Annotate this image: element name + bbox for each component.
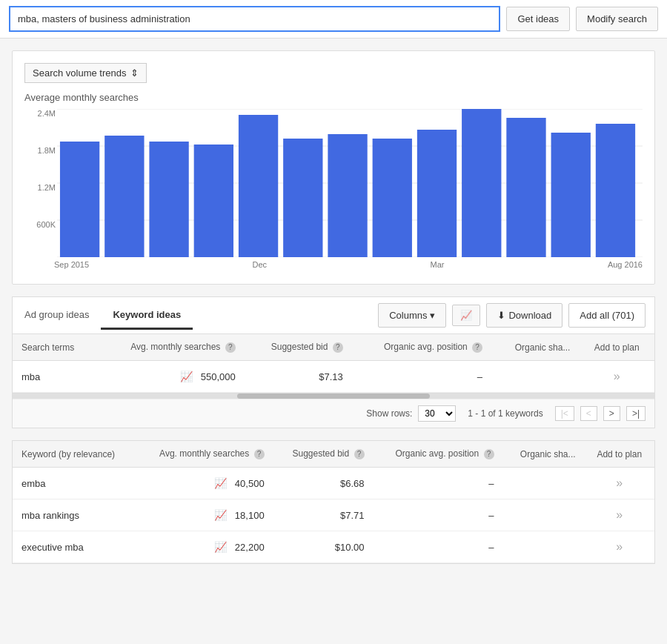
svg-rect-12 [373, 139, 412, 257]
cell-emba-organic: – [374, 468, 503, 499]
svg-rect-17 [596, 124, 635, 257]
cell-mba-bid: $7.13 [245, 361, 352, 393]
get-ideas-button[interactable]: Get ideas [506, 7, 570, 31]
avg-monthly-help-icon[interactable]: ? [225, 342, 236, 353]
search-terms-table: Search terms Avg. monthly searches ? Sug… [13, 334, 654, 393]
trend-icon-emba: 📈 [214, 477, 227, 489]
cell-executive-mba-add[interactable]: » [585, 531, 654, 563]
top-bar: Get ideas Modify search [0, 0, 667, 39]
svg-rect-16 [551, 133, 591, 257]
trend-icon-executive-mba: 📈 [214, 541, 227, 553]
action-buttons: Columns ▾ 📈 ⬇ Download Add all (701) [378, 297, 646, 333]
col-suggested-bid: Suggested bid ? [245, 334, 352, 361]
svg-rect-13 [417, 130, 457, 257]
col-ki-avg-monthly: Avg. monthly searches ? [136, 441, 273, 468]
cell-mba-add[interactable]: » [579, 361, 654, 393]
show-rows-label: Show rows: [366, 408, 412, 419]
keyword-ideas-header-row: Keyword (by relevance) Avg. monthly sear… [13, 441, 654, 468]
col-search-terms: Search terms [13, 334, 97, 361]
last-page-button[interactable]: >| [626, 406, 646, 421]
add-executive-mba-icon[interactable]: » [616, 540, 623, 553]
keyword-ideas-table: Keyword (by relevance) Avg. monthly sear… [13, 441, 654, 563]
chart-dropdown[interactable]: Search volume trends ⇕ [24, 63, 147, 83]
add-all-button[interactable]: Add all (701) [568, 303, 646, 328]
keyword-ideas-table-section: Keyword (by relevance) Avg. monthly sear… [12, 440, 655, 564]
svg-rect-7 [149, 142, 188, 257]
trend-chart-button[interactable]: 📈 [452, 305, 480, 326]
modify-search-button[interactable]: Modify search [576, 7, 658, 31]
ki-avg-monthly-help-icon[interactable]: ? [254, 449, 265, 459]
y-label-1.8m: 1.8M [27, 146, 56, 155]
cell-term-mba: mba [13, 361, 97, 393]
x-label-dec: Dec [253, 260, 268, 269]
col-organic-share: Organic sha... [491, 334, 579, 361]
main-content: Search volume trends ⇕ Average monthly s… [0, 39, 667, 588]
tabs-action-wrapper: Ad group ideas Keyword ideas Columns ▾ 📈… [12, 296, 655, 333]
chart-area: 2.4M 1.8M 1.2M 600K [57, 109, 643, 257]
search-input[interactable] [9, 6, 500, 32]
col-ki-organic-avg: Organic avg. position ? [374, 441, 503, 468]
x-label-aug2016: Aug 2016 [608, 260, 643, 269]
x-label-mar: Mar [431, 260, 445, 269]
cell-mba-rankings-bid: $7.71 [273, 499, 374, 531]
cell-executive-mba-avg: 📈 22,200 [136, 531, 273, 563]
tabs-action-row: Ad group ideas Keyword ideas Columns ▾ 📈… [13, 297, 654, 333]
svg-rect-5 [60, 142, 99, 257]
trend-icon-mba: 📈 [180, 371, 193, 382]
cell-emba-add[interactable]: » [585, 468, 654, 499]
prev-page-button[interactable]: < [580, 406, 597, 421]
ki-organic-avg-help-icon[interactable]: ? [484, 449, 494, 459]
scrollbar-thumb [237, 394, 430, 399]
cell-keyword-mba-rankings: mba rankings [13, 499, 136, 531]
cell-executive-mba-organic: – [374, 531, 503, 563]
cell-executive-mba-share [503, 531, 585, 563]
cell-mba-rankings-share [503, 499, 585, 531]
tab-ad-group-ideas[interactable]: Ad group ideas [13, 302, 101, 330]
col-organic-avg: Organic avg. position ? [352, 334, 491, 361]
cell-keyword-executive-mba: executive mba [13, 531, 136, 563]
search-terms-pagination: Show rows: 30 50 100 1 - 1 of 1 keywords… [13, 399, 654, 428]
cell-mba-rankings-organic: – [374, 499, 503, 531]
chart-dropdown-icon: ⇕ [130, 67, 139, 79]
tab-keyword-ideas[interactable]: Keyword ideas [101, 302, 193, 330]
svg-rect-8 [194, 145, 233, 257]
chart-container: Search volume trends ⇕ Average monthly s… [12, 50, 655, 285]
search-terms-header-row: Search terms Avg. monthly searches ? Sug… [13, 334, 654, 361]
keyword-row-mba-rankings: mba rankings 📈 18,100 $7.71 – » [13, 499, 654, 531]
svg-rect-14 [462, 109, 501, 257]
first-page-button[interactable]: |< [555, 406, 574, 421]
download-icon: ⬇ [497, 310, 505, 321]
add-mba-icon[interactable]: » [614, 370, 620, 382]
download-button[interactable]: ⬇ Download [486, 303, 563, 328]
columns-button[interactable]: Columns ▾ [378, 303, 446, 328]
cell-mba-rankings-avg: 📈 18,100 [136, 499, 273, 531]
cell-mba-avg: 📈 550,000 [97, 361, 244, 393]
cell-executive-mba-bid: $10.00 [273, 531, 374, 563]
search-terms-table-section: Search terms Avg. monthly searches ? Sug… [12, 333, 655, 428]
col-ki-organic-share: Organic sha... [503, 441, 585, 468]
cell-mba-rankings-add[interactable]: » [585, 499, 654, 531]
y-label-2.4m: 2.4M [27, 109, 56, 118]
columns-chevron-icon: ▾ [430, 310, 435, 321]
search-terms-scrollbar[interactable] [13, 393, 654, 399]
add-emba-icon[interactable]: » [616, 477, 623, 489]
x-axis-labels: Sep 2015 Dec Mar Aug 2016 [54, 257, 643, 272]
page-info: 1 - 1 of 1 keywords [468, 408, 542, 419]
next-page-button[interactable]: > [603, 406, 620, 421]
organic-avg-help-icon[interactable]: ? [472, 342, 482, 353]
chart-dropdown-label: Search volume trends [33, 67, 126, 79]
svg-rect-10 [283, 139, 322, 257]
add-mba-rankings-icon[interactable]: » [616, 508, 623, 521]
svg-rect-9 [239, 115, 278, 257]
keyword-row-executive-mba: executive mba 📈 22,200 $10.00 – » [13, 531, 654, 563]
suggested-bid-help-icon[interactable]: ? [333, 342, 343, 353]
trend-icon-mba-rankings: 📈 [214, 509, 227, 521]
cell-emba-bid: $6.68 [273, 468, 374, 499]
col-keyword: Keyword (by relevance) [13, 441, 136, 468]
download-label: Download [508, 310, 551, 321]
y-label-1.2m: 1.2M [27, 183, 56, 192]
col-avg-monthly: Avg. monthly searches ? [97, 334, 244, 361]
rows-per-page-select[interactable]: 30 50 100 [418, 405, 456, 422]
x-label-sep2015: Sep 2015 [54, 260, 89, 269]
ki-suggested-bid-help-icon[interactable]: ? [354, 449, 365, 459]
